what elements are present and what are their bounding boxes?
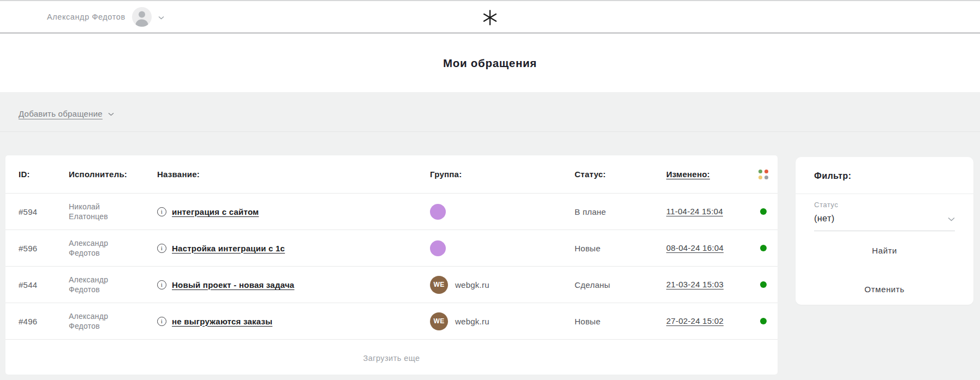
cancel-button[interactable]: Отменить (814, 285, 955, 294)
request-executor: Александр Федотов (69, 275, 134, 294)
logo-asterisk-icon[interactable] (481, 8, 499, 27)
status-indicator-dot (760, 318, 767, 324)
request-changed-link[interactable]: 27-02-24 15:02 (666, 316, 724, 325)
filter-title: Фильтр: (814, 171, 851, 180)
column-header-executor: Исполнитель: (69, 170, 157, 179)
status-indicator-dot (760, 245, 767, 251)
status-filter-select[interactable]: (нет) (814, 214, 955, 224)
group-avatar-badge: WE (430, 312, 448, 330)
status-indicator-dot (760, 208, 767, 215)
requests-table: ID: Исполнитель: Название: Группа: Стату… (5, 155, 778, 375)
table-row: #544 Александр Федотов i Новый проект - … (5, 267, 778, 303)
request-title-link[interactable]: Новый проект - новая задача (172, 280, 294, 289)
group-name: webgk.ru (455, 317, 489, 326)
select-underline (814, 231, 955, 231)
column-header-changed-sort[interactable]: Изменено: (666, 170, 710, 179)
request-executor: Николай Елатонцев (69, 202, 134, 221)
user-silhouette-icon (132, 7, 152, 27)
group-avatar (430, 240, 446, 256)
request-executor: Александр Федотов (69, 311, 134, 331)
info-icon[interactable]: i (157, 207, 166, 216)
user-name: Александр Федотов (47, 13, 126, 21)
table-row: #496 Александр Федотов i не выгружаются … (5, 303, 778, 340)
title-band: Мои обращения (0, 34, 980, 92)
group-name: webgk.ru (455, 280, 489, 289)
top-header: Александр Федотов (0, 1, 980, 34)
table-header-row: ID: Исполнитель: Название: Группа: Стату… (5, 155, 778, 194)
filter-panel: Фильтр: Статус (нет) Найти Отменить (796, 157, 973, 305)
content: ID: Исполнитель: Название: Группа: Стату… (0, 132, 980, 378)
request-changed-link[interactable]: 11-04-24 15:04 (666, 207, 723, 216)
request-id: #594 (19, 207, 69, 216)
load-more-link[interactable]: Загрузить еще (363, 354, 420, 363)
status-indicator-dot (760, 281, 767, 288)
request-changed-link[interactable]: 21-03-24 15:03 (666, 280, 724, 289)
request-changed-link[interactable]: 08-04-24 16:04 (666, 243, 724, 252)
request-executor: Александр Федотов (69, 238, 134, 258)
request-status: Новые (575, 317, 666, 326)
request-title-link[interactable]: интеграция с сайтом (172, 207, 259, 216)
chevron-down-icon (158, 12, 164, 22)
page-title: Мои обращения (443, 57, 537, 70)
avatar (132, 7, 152, 27)
add-band: Добавить обращение (0, 92, 980, 132)
group-avatar-badge: WE (430, 276, 448, 294)
status-filter-label: Статус (814, 201, 955, 209)
request-title-link[interactable]: не выгружаются заказы (172, 317, 272, 326)
column-header-id: ID: (19, 170, 69, 179)
request-id: #496 (19, 317, 69, 326)
group-avatar (430, 204, 446, 220)
status-legend-dots-icon[interactable] (758, 170, 768, 179)
info-icon[interactable]: i (157, 280, 166, 289)
table-row: #596 Александр Федотов i Настройка интег… (5, 230, 778, 267)
column-header-name: Название: (157, 170, 430, 179)
find-button[interactable]: Найти (814, 246, 955, 255)
request-status: Сделаны (575, 280, 666, 289)
request-status: Новые (575, 244, 666, 253)
request-status: В плане (575, 207, 666, 216)
page: Александр Федотов Мои обращен (0, 0, 980, 380)
column-header-group: Группа: (430, 170, 575, 179)
chevron-down-icon (948, 214, 955, 224)
request-title-link[interactable]: Настройка интеграции с 1с (172, 244, 285, 253)
info-icon[interactable]: i (157, 317, 166, 326)
status-filter-value: (нет) (814, 214, 835, 224)
info-icon[interactable]: i (157, 244, 166, 253)
user-menu[interactable]: Александр Федотов (47, 7, 164, 27)
add-request-link[interactable]: Добавить обращение (19, 109, 103, 118)
request-id: #596 (19, 244, 69, 253)
column-header-status: Статус: (575, 170, 666, 179)
request-id: #544 (19, 280, 69, 289)
table-row: #594 Николай Елатонцев i интеграция с са… (5, 194, 778, 230)
chevron-down-icon (108, 108, 114, 118)
